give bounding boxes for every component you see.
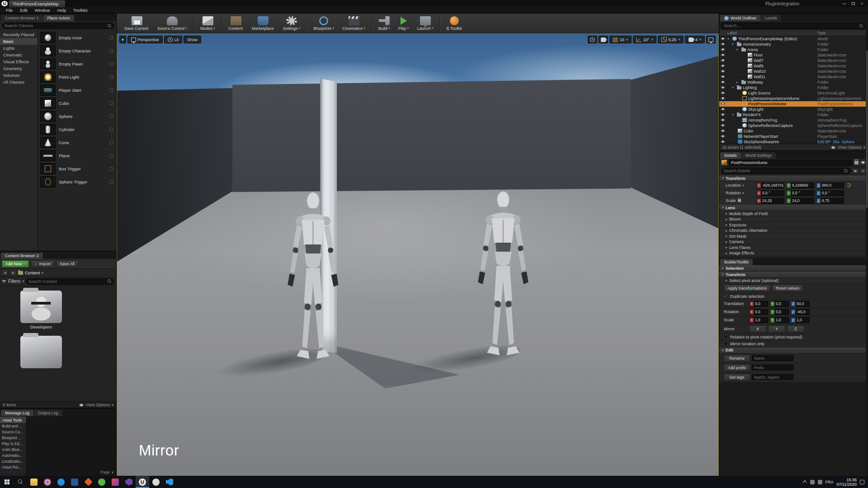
expander-icon[interactable]: ▾ bbox=[732, 42, 736, 46]
outliner-row[interactable]: Light Source DirectionalLight bbox=[719, 90, 868, 96]
rotation-snap-toggle[interactable]: 10°▾ bbox=[633, 36, 657, 43]
rotation-z-field[interactable]: Z0,0 ° bbox=[816, 190, 844, 196]
maximize-button[interactable] bbox=[849, 1, 857, 6]
type-column-header[interactable]: Type bbox=[817, 31, 868, 35]
drag-handle-icon[interactable] bbox=[109, 180, 113, 184]
close-button[interactable]: × bbox=[858, 1, 866, 6]
visibility-eye-icon[interactable] bbox=[721, 141, 725, 143]
search-classes-input[interactable] bbox=[5, 23, 108, 28]
tab-world-settings[interactable]: World Settings bbox=[741, 152, 776, 159]
toolbar-button[interactable]: Marketplace bbox=[248, 14, 279, 33]
scale-lock-icon[interactable] bbox=[737, 199, 741, 202]
visibility-eye-icon[interactable] bbox=[721, 86, 725, 89]
placeable-actor-row[interactable]: Empty Character bbox=[38, 44, 116, 57]
toolbar-button[interactable]: Save Current bbox=[120, 14, 153, 33]
lens-section-header[interactable]: ▾Lens bbox=[719, 205, 868, 211]
visibility-eye-icon[interactable] bbox=[721, 119, 725, 122]
set-tags-button[interactable]: Set tags bbox=[724, 374, 750, 381]
location-y-field[interactable]: Y6,159666 bbox=[786, 183, 814, 188]
visibility-eye-icon[interactable] bbox=[721, 113, 725, 116]
scale-z-field[interactable]: Z6,75 bbox=[816, 198, 844, 204]
toolbar-button[interactable]: Content bbox=[224, 14, 248, 33]
asset-tile[interactable] bbox=[16, 336, 66, 375]
placeable-actor-row[interactable]: Empty Actor bbox=[38, 31, 116, 44]
start-button[interactable] bbox=[0, 476, 14, 488]
drag-handle-icon[interactable] bbox=[109, 49, 113, 53]
drag-handle-icon[interactable] bbox=[109, 62, 113, 66]
lens-property-row[interactable]: ▸Mobile Depth of Field bbox=[719, 211, 868, 217]
expander-icon[interactable]: ▾ bbox=[732, 86, 736, 89]
search-content-input[interactable] bbox=[28, 279, 108, 284]
toolbar-button[interactable]: Source Control▾ bbox=[153, 14, 194, 33]
transform-section-header[interactable]: ▾Transform bbox=[719, 175, 868, 182]
filters-label[interactable]: Filters bbox=[8, 279, 20, 284]
visual-studio-icon[interactable] bbox=[122, 476, 136, 488]
drag-handle-icon[interactable] bbox=[109, 154, 113, 158]
file-explorer-icon[interactable] bbox=[27, 476, 41, 488]
add-new-button[interactable]: Add New▾ bbox=[2, 260, 29, 267]
add-prefix-button[interactable]: Add prefix bbox=[724, 364, 750, 371]
bt-rotation-z[interactable]: Z-45,0 bbox=[791, 309, 810, 315]
reset-to-default-icon[interactable] bbox=[847, 183, 850, 187]
tab-details[interactable]: Details bbox=[720, 152, 741, 159]
log-category[interactable]: Automatio... bbox=[0, 452, 26, 458]
bt-rotation-y[interactable]: Y0,0 bbox=[770, 309, 789, 315]
lens-property-row[interactable]: ▸Image Effects bbox=[719, 251, 868, 257]
details-settings-icon[interactable]: ▾ bbox=[860, 168, 866, 174]
drag-handle-icon[interactable] bbox=[109, 75, 113, 79]
lock-icon[interactable] bbox=[854, 161, 859, 164]
tray-expand-icon[interactable] bbox=[802, 480, 807, 485]
toolbar-button[interactable]: Settings▾ bbox=[279, 14, 307, 33]
viewport-options-icon[interactable]: ▾ bbox=[119, 36, 126, 43]
minimize-button[interactable] bbox=[840, 1, 848, 6]
actor-category[interactable]: Visual Effects bbox=[0, 58, 38, 65]
toolbar-button[interactable]: B.Toolkit bbox=[442, 14, 467, 33]
show-flags-button[interactable]: Show bbox=[184, 36, 201, 43]
tags-input[interactable] bbox=[752, 374, 793, 380]
outliner-row[interactable]: Wall11 StaticMeshActor bbox=[719, 74, 868, 80]
mannequin-left[interactable] bbox=[280, 191, 346, 360]
tab-output-log[interactable]: Output Log bbox=[34, 410, 62, 416]
taskbar-search-icon[interactable] bbox=[14, 476, 27, 488]
scale-snap-toggle[interactable]: 0,25▾ bbox=[658, 36, 684, 43]
log-category[interactable]: Play In Ed... bbox=[0, 441, 26, 446]
visibility-eye-icon[interactable] bbox=[721, 38, 725, 40]
outliner-row[interactable]: ▾ Arena Folder bbox=[719, 47, 868, 52]
word-icon[interactable] bbox=[68, 476, 81, 488]
outliner-row[interactable]: ▾ ThirdPersonExampleMap (Editor) World bbox=[719, 36, 868, 42]
log-category[interactable]: Localizatio... bbox=[0, 458, 26, 464]
visibility-eye-icon[interactable] bbox=[721, 124, 725, 127]
outliner-row[interactable]: ▾ ArenaGeometry Folder bbox=[719, 42, 868, 47]
lens-property-row[interactable]: ▸Exposure bbox=[719, 222, 868, 228]
toolbar-button[interactable]: Modes▾ bbox=[196, 14, 222, 33]
actor-category[interactable]: Basic bbox=[0, 38, 38, 45]
scale-y-field[interactable]: Y24,0 bbox=[786, 198, 814, 204]
outliner-row[interactable]: SphereReflectionCapture SphereReflection… bbox=[719, 123, 868, 128]
outliner-row[interactable]: Wall10 StaticMeshActor bbox=[719, 69, 868, 74]
level-viewport[interactable]: ▾ Perspective Lit Show 10▾ 10°▾ 0,25▾ 4▾… bbox=[117, 33, 719, 476]
visibility-eye-icon[interactable] bbox=[721, 54, 725, 56]
outliner-row[interactable]: LightmassImportanceVolume LightmassImpor… bbox=[719, 96, 868, 101]
launcher-icon[interactable] bbox=[81, 476, 95, 488]
placeable-actor-row[interactable]: Player Start bbox=[38, 84, 116, 97]
log-category[interactable]: Source Co... bbox=[0, 429, 26, 435]
path-arrow-icon[interactable]: ▸ bbox=[42, 271, 43, 275]
menu-item[interactable]: Toolkits bbox=[70, 8, 91, 13]
lens-property-row[interactable]: ▸Bloom bbox=[719, 217, 868, 223]
mannequin-right[interactable] bbox=[470, 190, 536, 357]
menu-item[interactable]: Help bbox=[54, 8, 69, 13]
placeable-actor-row[interactable]: Cube bbox=[38, 97, 116, 110]
unreal-engine-icon[interactable]: U bbox=[136, 476, 149, 488]
edit-section-header[interactable]: ▾Edit bbox=[719, 347, 868, 354]
placeable-actor-row[interactable]: Sphere Trigger bbox=[38, 175, 116, 188]
label-column-header[interactable]: Label bbox=[719, 31, 817, 35]
visibility-eye-icon[interactable] bbox=[721, 81, 725, 84]
bt-translation-z[interactable]: Z50,0 bbox=[791, 301, 810, 307]
asset-folder-icon[interactable] bbox=[20, 291, 62, 323]
actor-category[interactable]: Recently Placed bbox=[0, 31, 38, 38]
outliner-row[interactable]: Wall9 StaticMeshActor bbox=[719, 63, 868, 69]
visibility-eye-icon[interactable] bbox=[721, 108, 725, 111]
tab-content-browser-2[interactable]: Content Browser 2 bbox=[1, 253, 43, 259]
log-category[interactable]: Anim Blue... bbox=[0, 446, 26, 452]
actor-category[interactable]: Cinematic bbox=[0, 52, 38, 58]
